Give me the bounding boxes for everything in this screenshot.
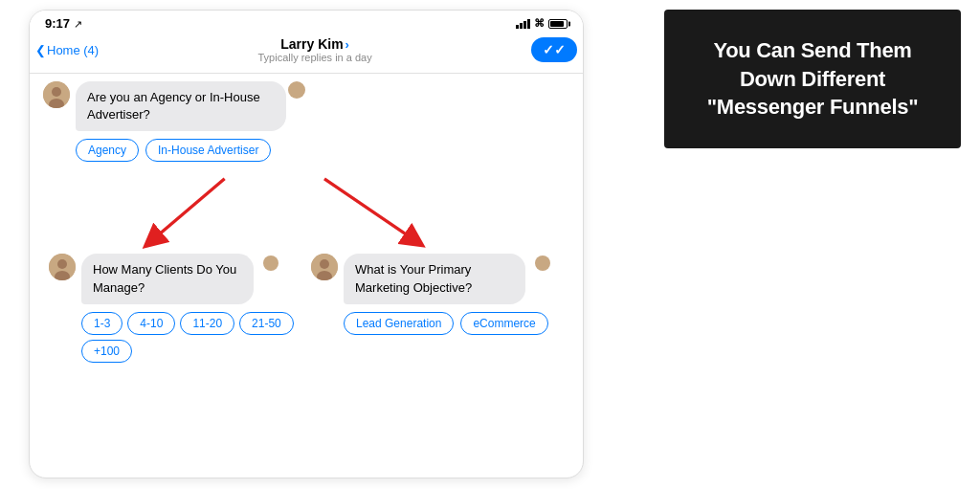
question1-row: Are you an Agency or In-House Advertiser… — [43, 81, 569, 131]
avatar-larry — [43, 81, 70, 108]
avatar-small-right3 — [535, 256, 550, 271]
question3-row: What is Your Primary Marketing Objective… — [311, 254, 564, 303]
clients-100plus[interactable]: +100 — [81, 340, 132, 363]
svg-point-8 — [57, 259, 67, 269]
clients-11-20[interactable]: 11-20 — [180, 312, 234, 335]
arrows-area — [43, 167, 569, 254]
signal-icon — [516, 19, 530, 29]
agency-client-options[interactable]: 1-3 4-10 11-20 21-50 +100 — [81, 312, 301, 363]
funnel-options-row[interactable]: Agency In-House Advertiser — [76, 139, 569, 162]
agency-option-button[interactable]: Agency — [76, 139, 139, 162]
clients-21-50[interactable]: 21-50 — [239, 312, 294, 335]
avatar-larry-2 — [49, 254, 76, 280]
svg-line-5 — [152, 179, 225, 240]
bottom-chats: How Many Clients Do You Manage? 1-3 4-10… — [43, 254, 569, 367]
chat-area: Are you an Agency or In-House Advertiser… — [30, 74, 583, 376]
question3-bubble: What is Your Primary Marketing Objective… — [344, 254, 525, 303]
phone-mockup: 9:17 ↗ ⌘ ❮ Home (4) Larry Kim — [29, 10, 584, 478]
contact-info: Larry Kim › Typically replies in a day — [257, 36, 371, 63]
inhouse-chat: What is Your Primary Marketing Objective… — [311, 254, 564, 367]
question2-bubble: How Many Clients Do You Manage? — [81, 254, 254, 303]
status-time: 9:17 ↗ — [45, 16, 82, 31]
lead-generation-button[interactable]: Lead Generation — [344, 312, 454, 335]
contact-chevron-icon: › — [345, 37, 349, 52]
svg-point-1 — [52, 87, 61, 97]
contact-name: Larry Kim › — [257, 36, 371, 52]
question2-row: How Many Clients Do You Manage? — [49, 254, 301, 303]
wifi-icon: ⌘ — [534, 17, 545, 30]
avatar-larry-3 — [311, 254, 338, 280]
inhouse-objective-options[interactable]: Lead Generation eCommerce — [344, 312, 564, 335]
inhouse-option-button[interactable]: In-House Advertiser — [145, 139, 271, 162]
agency-chat: How Many Clients Do You Manage? 1-3 4-10… — [49, 254, 301, 367]
info-box-text: You Can Send Them Down Different "Messen… — [707, 36, 919, 122]
info-box: You Can Send Them Down Different "Messen… — [664, 10, 961, 148]
contact-subtitle: Typically replies in a day — [257, 52, 371, 63]
avatar-small-right1 — [288, 81, 305, 99]
clients-4-10[interactable]: 4-10 — [127, 312, 175, 335]
arrows-svg — [43, 167, 569, 254]
checkmarks-icon: ✓✓ — [543, 42, 566, 57]
checkmark-button[interactable]: ✓✓ — [531, 37, 577, 62]
back-label: Home (4) — [47, 43, 99, 57]
avatar-small-right2 — [263, 256, 278, 271]
battery-icon — [548, 19, 568, 29]
svg-line-6 — [324, 179, 415, 240]
svg-point-11 — [320, 259, 329, 269]
status-icons: ⌘ — [516, 17, 568, 30]
ecommerce-button[interactable]: eCommerce — [460, 312, 547, 335]
back-chevron-icon: ❮ — [35, 43, 46, 57]
clients-1-3[interactable]: 1-3 — [81, 312, 122, 335]
question1-bubble: Are you an Agency or In-House Advertiser… — [76, 81, 286, 131]
back-button[interactable]: ❮ Home (4) — [35, 43, 99, 57]
status-bar: 9:17 ↗ ⌘ — [30, 11, 583, 33]
